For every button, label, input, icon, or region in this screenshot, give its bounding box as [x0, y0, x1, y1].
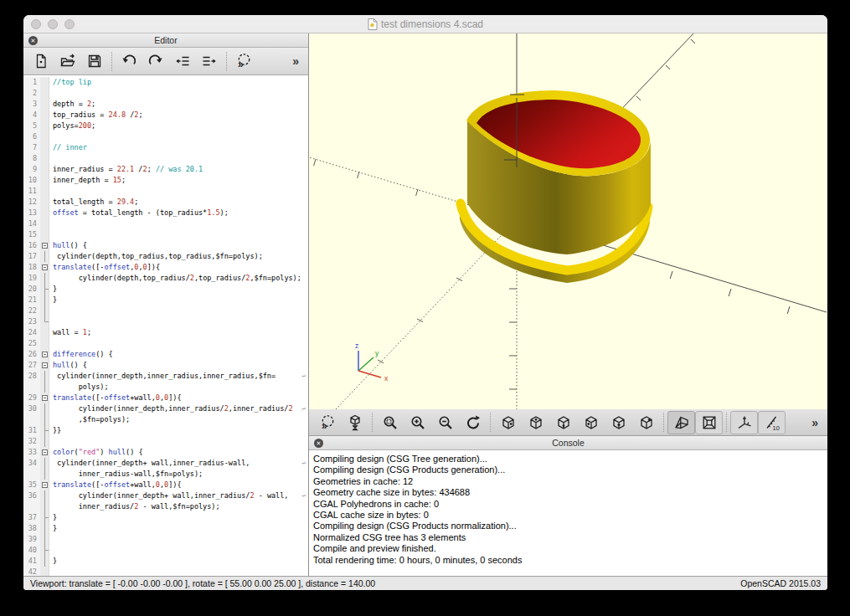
fold-margin[interactable]: [40, 349, 49, 360]
code-text[interactable]: [49, 436, 57, 447]
code-text[interactable]: [49, 153, 57, 164]
fold-margin[interactable]: [40, 523, 49, 534]
fold-margin[interactable]: [40, 425, 49, 436]
code-text[interactable]: }: [49, 284, 57, 295]
close-window-button[interactable]: [31, 19, 41, 29]
code-line[interactable]: 32: [23, 436, 308, 447]
fold-margin[interactable]: [40, 480, 49, 490]
fold-margin[interactable]: [40, 240, 49, 251]
fold-margin[interactable]: [40, 490, 49, 512]
view-bottom-button[interactable]: [549, 411, 577, 434]
code-text[interactable]: difference() {: [49, 349, 113, 360]
render-preview-button[interactable]: »: [230, 50, 257, 73]
undo-button[interactable]: [116, 50, 142, 73]
code-line[interactable]: 39: [23, 534, 308, 545]
fold-margin[interactable]: [40, 218, 49, 229]
code-line[interactable]: 12total_length = 29.4;: [23, 197, 308, 208]
zoom-window-button[interactable]: [64, 19, 75, 29]
code-text[interactable]: cylinder(inner_depth+ wall,inner_radius-…: [49, 458, 250, 480]
code-text[interactable]: [49, 316, 57, 327]
code-line[interactable]: 11: [23, 186, 308, 197]
code-line[interactable]: 4top_radius = 24.8 /2;: [23, 110, 308, 121]
code-line[interactable]: 18translate([-offset,0,0]){: [23, 262, 308, 273]
code-line[interactable]: 42: [23, 567, 308, 576]
code-line[interactable]: 37}: [23, 512, 308, 523]
code-line[interactable]: 3depth = 2;: [23, 99, 308, 110]
editor-toolbar-overflow-button[interactable]: »: [287, 54, 304, 68]
code-text[interactable]: [49, 305, 57, 316]
fold-margin[interactable]: [40, 447, 49, 458]
code-text[interactable]: [49, 186, 57, 197]
code-text[interactable]: [49, 131, 57, 142]
fold-margin[interactable]: [40, 153, 49, 164]
view-right-button[interactable]: [494, 411, 522, 434]
code-text[interactable]: // inner: [49, 142, 87, 153]
fold-margin[interactable]: [40, 436, 49, 447]
code-line[interactable]: 25: [23, 338, 308, 349]
code-line[interactable]: 34 cylinder(inner_depth+ wall,inner_radi…: [23, 458, 308, 480]
code-line[interactable]: 24wall = 1;: [23, 327, 308, 338]
redo-button[interactable]: [142, 50, 169, 73]
code-text[interactable]: translate([-offset,0,0]){: [49, 262, 160, 273]
code-text[interactable]: offset = total_length - (top_radius*1.5)…: [49, 208, 229, 218]
code-text[interactable]: }}: [49, 425, 61, 436]
fold-margin[interactable]: [40, 567, 49, 576]
show-scale-markers-button[interactable]: 10: [758, 411, 786, 434]
code-line[interactable]: 33color("red") hull() {: [23, 447, 308, 458]
code-text[interactable]: inner_depth = 15;: [49, 175, 126, 186]
code-line[interactable]: 9inner_radius = 22.1 /2; // was 20.1: [23, 164, 308, 175]
fold-margin[interactable]: [40, 284, 49, 295]
zoom-out-button[interactable]: [431, 411, 459, 434]
code-text[interactable]: }: [49, 523, 57, 534]
code-line[interactable]: 30 cylinder(inner_depth,inner_radius/2,i…: [23, 403, 308, 425]
code-text[interactable]: total_length = 29.4;: [49, 197, 138, 208]
code-text[interactable]: //top lip: [49, 77, 91, 88]
code-text[interactable]: [49, 338, 57, 349]
fold-margin[interactable]: [40, 295, 49, 305]
save-button[interactable]: [81, 50, 108, 73]
fold-margin[interactable]: [40, 371, 49, 393]
code-line[interactable]: 23: [23, 316, 308, 327]
code-line[interactable]: 7// inner: [23, 142, 308, 153]
fold-margin[interactable]: [40, 403, 49, 425]
editor-close-icon[interactable]: ✕: [28, 36, 38, 45]
fold-margin[interactable]: [40, 534, 49, 545]
fold-margin[interactable]: [40, 164, 49, 175]
code-text[interactable]: }: [49, 556, 57, 567]
preview-button[interactable]: »: [313, 411, 341, 434]
render-button[interactable]: [341, 411, 368, 434]
code-line[interactable]: 27hull() {: [23, 360, 308, 371]
viewport-toolbar-overflow-button[interactable]: »: [806, 416, 823, 429]
code-text[interactable]: cylinder(depth,top_radius/2,top_radius/2…: [49, 273, 301, 284]
fold-margin[interactable]: [40, 316, 49, 327]
fold-margin[interactable]: [40, 393, 49, 403]
reset-view-button[interactable]: [459, 411, 487, 434]
orthogonal-button[interactable]: [695, 411, 723, 434]
perspective-button[interactable]: [667, 411, 695, 434]
code-line[interactable]: 13offset = total_length - (top_radius*1.…: [23, 208, 308, 218]
code-line[interactable]: 2: [23, 88, 308, 99]
open-file-button[interactable]: [54, 50, 81, 73]
fold-margin[interactable]: [40, 99, 49, 110]
code-line[interactable]: 20}: [23, 284, 308, 295]
fold-margin[interactable]: [40, 327, 49, 338]
code-text[interactable]: }: [49, 295, 57, 305]
console-output[interactable]: Compiling design (CSG Tree generation)..…: [309, 450, 827, 576]
code-line[interactable]: 22: [23, 305, 308, 316]
code-line[interactable]: 8: [23, 153, 308, 164]
fold-margin[interactable]: [40, 131, 49, 142]
fold-margin[interactable]: [40, 458, 49, 480]
unindent-button[interactable]: [169, 50, 196, 73]
fold-margin[interactable]: [40, 512, 49, 523]
code-line[interactable]: 14: [23, 218, 308, 229]
code-line[interactable]: 1//top lip: [23, 77, 308, 88]
fold-margin[interactable]: [40, 197, 49, 208]
fold-margin[interactable]: [40, 251, 49, 262]
code-line[interactable]: 29translate([-offset+wall,0,0]){: [23, 393, 308, 403]
code-line[interactable]: 35translate([-offset+wall,0,0]){: [23, 480, 308, 490]
view-left-button[interactable]: [577, 411, 605, 434]
code-text[interactable]: [49, 534, 57, 545]
code-line[interactable]: 15: [23, 229, 308, 240]
zoom-in-button[interactable]: [404, 411, 431, 434]
code-text[interactable]: polys=200;: [49, 121, 95, 131]
